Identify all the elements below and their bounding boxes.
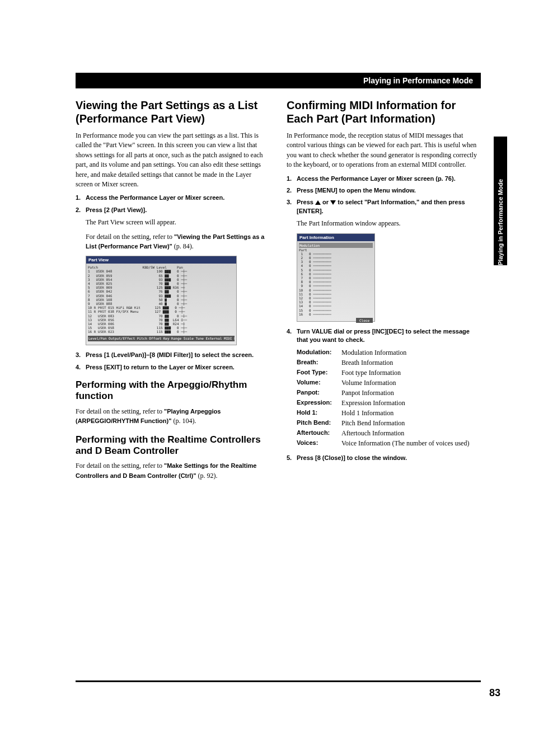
step-number: 3. bbox=[287, 198, 297, 215]
page-footer-bar bbox=[76, 680, 481, 682]
screenshot-body: Patch KBD/SW Level Pan 1 USER 048 100 ▇▇… bbox=[86, 264, 236, 342]
left-column: Viewing the Part Settings as a List (Per… bbox=[76, 98, 270, 485]
right-step-4: 4. Turn VALUE dial or press [INC][DEC] t… bbox=[287, 327, 481, 345]
left-p-arpeggio: For detail on the setting, refer to "Pla… bbox=[76, 407, 270, 426]
step-text: Access the Performance Layer or Mixer sc… bbox=[297, 175, 481, 183]
info-label: Breath: bbox=[297, 358, 341, 368]
info-label: Volume: bbox=[297, 378, 341, 388]
right-column: Confirming MIDI Information for Each Par… bbox=[287, 98, 481, 485]
right-step-5: 5. Press [8 (Close)] to close the window… bbox=[287, 454, 481, 462]
text-pre: For detail on the setting, refer to bbox=[86, 233, 174, 241]
screenshot-subtitle: Modulation bbox=[299, 243, 373, 248]
info-label: Foot Type: bbox=[297, 368, 341, 378]
text-post: (p. 84). bbox=[172, 242, 194, 250]
step-number: 4. bbox=[287, 327, 297, 345]
text-pre: For detail on the setting, refer to bbox=[76, 407, 164, 415]
info-row-pitchbend: Pitch Bend: Pitch Bend Information bbox=[297, 418, 481, 428]
info-value: Voice Information (The number of voices … bbox=[341, 438, 469, 448]
part-view-screenshot: Part View Patch KBD/SW Level Pan 1 USER … bbox=[86, 256, 237, 345]
left-step2-desc-b: For detail on the setting, refer to "Vie… bbox=[86, 232, 270, 252]
step-number: 1. bbox=[287, 175, 297, 183]
info-label: Hold 1: bbox=[297, 408, 341, 418]
left-step2-desc-a: The Part View screen will appear. bbox=[86, 218, 270, 227]
info-label: Pitch Bend: bbox=[297, 418, 341, 428]
info-row-aftertouch: Aftertouch: Aftertouch Information bbox=[297, 428, 481, 438]
step-text: Press [MENU] to open the Menu window. bbox=[297, 186, 481, 195]
screenshot-title: Part Information bbox=[297, 234, 374, 241]
text-post: (p. 92). bbox=[196, 472, 217, 480]
left-h2-realtime: Performing with the Realtime Controllers… bbox=[76, 434, 270, 457]
left-heading: Viewing the Part Settings as a List (Per… bbox=[76, 98, 270, 125]
left-intro: In Performance mode you can view the par… bbox=[76, 131, 270, 189]
info-value: Breath Information bbox=[341, 358, 393, 368]
info-row-foot: Foot Type: Foot type Information bbox=[297, 368, 481, 378]
right-step3-desc: The Part Information window appears. bbox=[297, 219, 481, 228]
info-label: Voices: bbox=[297, 438, 341, 448]
step-number: 3. bbox=[76, 351, 86, 359]
left-step-3: 3. Press [1 (Level/Pan)]–[8 (MIDI Filter… bbox=[76, 351, 270, 359]
step-text: Press or to select "Part Information," a… bbox=[297, 198, 481, 215]
side-tab-label: Playing in Performance Mode bbox=[497, 179, 504, 265]
info-table: Modulation: Modulation Information Breat… bbox=[297, 348, 481, 448]
info-label: Aftertouch: bbox=[297, 428, 341, 438]
right-step-3: 3. Press or to select "Part Information,… bbox=[287, 198, 481, 215]
step-text: Press [1 (Level/Pan)]–[8 (MIDI Filter)] … bbox=[86, 351, 270, 359]
text-pre: Press bbox=[297, 199, 315, 205]
step-text: Access the Performance Layer or Mixer sc… bbox=[86, 194, 270, 202]
page-number: 83 bbox=[489, 687, 500, 699]
info-row-panpot: Panpot: Panpot Information bbox=[297, 388, 481, 398]
info-value: Hold 1 Information bbox=[341, 408, 394, 418]
right-heading: Confirming MIDI Information for Each Par… bbox=[287, 98, 481, 125]
left-h2-arpeggio: Performing with the Arpeggio/Rhythm func… bbox=[76, 379, 270, 402]
info-row-hold: Hold 1: Hold 1 Information bbox=[297, 408, 481, 418]
info-value: Panpot Information bbox=[341, 388, 394, 398]
info-value: Expression Information bbox=[341, 398, 405, 408]
part-info-screenshot: Part Information Modulation Part 1 0 ───… bbox=[297, 233, 375, 322]
left-step-2: 2. Press [2 (Part View)]. bbox=[76, 206, 270, 214]
step-number: 2. bbox=[76, 206, 86, 214]
down-arrow-icon bbox=[330, 200, 336, 205]
info-row-modulation: Modulation: Modulation Information bbox=[297, 348, 481, 358]
step-number: 4. bbox=[76, 363, 86, 372]
side-tab: Playing in Performance Mode bbox=[494, 137, 507, 265]
text-post: (p. 104). bbox=[171, 417, 196, 425]
info-value: Pitch Bend Information bbox=[341, 418, 405, 428]
left-p-realtime: For detail on the setting, refer to "Mak… bbox=[76, 461, 270, 481]
right-intro: In Performance mode, the reception statu… bbox=[287, 131, 481, 170]
step-text: Press [2 (Part View)]. bbox=[86, 206, 270, 214]
page-header-bar: Playing in Performance Mode bbox=[76, 73, 481, 88]
left-step-1: 1. Access the Performance Layer or Mixer… bbox=[76, 194, 270, 202]
right-step-2: 2. Press [MENU] to open the Menu window. bbox=[287, 186, 481, 195]
right-step-1: 1. Access the Performance Layer or Mixer… bbox=[287, 175, 481, 183]
info-row-expression: Expression: Expression Information bbox=[297, 398, 481, 408]
info-value: Foot type Information bbox=[341, 368, 401, 378]
info-row-breath: Breath: Breath Information bbox=[297, 358, 481, 368]
info-label: Panpot: bbox=[297, 388, 341, 398]
page-header-title: Playing in Performance Mode bbox=[363, 76, 473, 85]
up-arrow-icon bbox=[315, 200, 321, 205]
step-number: 1. bbox=[76, 194, 86, 202]
screenshot-title: Part View bbox=[86, 256, 236, 264]
step-number: 2. bbox=[287, 186, 297, 195]
step-number: 5. bbox=[287, 454, 297, 462]
screenshot-body: Modulation Part 1 0 ───────── 2 0 ──────… bbox=[297, 241, 374, 325]
info-label: Modulation: bbox=[297, 348, 341, 358]
info-value: Aftertouch Information bbox=[341, 428, 404, 438]
info-row-volume: Volume: Volume Information bbox=[297, 378, 481, 388]
text-mid: or bbox=[321, 199, 330, 205]
info-row-voices: Voices: Voice Information (The number of… bbox=[297, 438, 481, 448]
step-text: Turn VALUE dial or press [INC][DEC] to s… bbox=[297, 327, 481, 345]
info-value: Volume Information bbox=[341, 378, 396, 388]
left-step-4: 4. Press [EXIT] to return to the Layer o… bbox=[76, 363, 270, 372]
step-text: Press [EXIT] to return to the Layer or M… bbox=[86, 363, 270, 372]
info-label: Expression: bbox=[297, 398, 341, 408]
text-pre: For detail on the setting, refer to bbox=[76, 462, 164, 469]
step-text: Press [8 (Close)] to close the window. bbox=[297, 454, 481, 462]
content-columns: Viewing the Part Settings as a List (Per… bbox=[76, 98, 481, 485]
info-value: Modulation Information bbox=[341, 348, 406, 358]
